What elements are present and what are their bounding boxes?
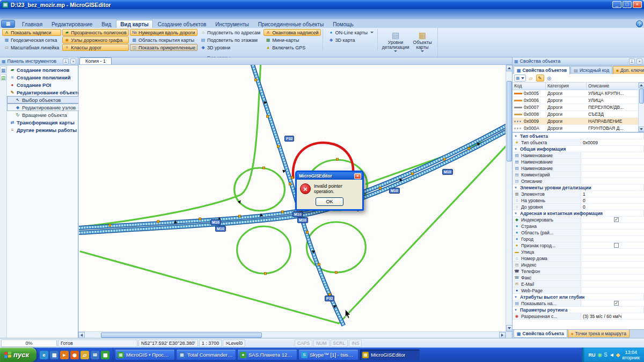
property-row[interactable]: ● Признак город...	[513, 242, 644, 249]
quick-launch-icon[interactable]: ▦	[101, 351, 109, 359]
ribbon-toggle-button[interactable]: № Нумерация вдоль дороги	[130, 29, 197, 36]
ribbon-toggle-button[interactable]: ▩ Область покрытия карты	[130, 36, 197, 43]
language-indicator[interactable]: RU	[588, 352, 595, 358]
ribbon-tab[interactable]: Главная	[18, 20, 47, 28]
tree-item[interactable]: ≡ Другие режимы работы	[7, 126, 85, 134]
taskbar-button[interactable]: ● SAS.Планета 120808	[237, 349, 297, 360]
property-value-cell[interactable]	[581, 249, 644, 255]
map-document-tab[interactable]: Копия - 1	[79, 57, 112, 64]
ribbon-toggle-button[interactable]: ◆ 3D уровни	[199, 44, 262, 51]
ribbon-toggle-button[interactable]: ▦ Мини-карты	[264, 36, 320, 43]
style-filter-combo[interactable]: ▦	[514, 75, 526, 82]
property-row[interactable]: Элементы уровни детализации	[513, 184, 644, 191]
property-row[interactable]: ◆ Индексировать	[513, 217, 644, 223]
folder-icon[interactable]: ▱	[527, 75, 535, 82]
tray-icon[interactable]: ◉	[597, 352, 602, 358]
ribbon-tab[interactable]: Помощь	[328, 20, 358, 28]
property-row[interactable]: ● Web-Page	[513, 287, 644, 294]
ribbon-button[interactable]: ◆ 3D карта	[327, 36, 376, 43]
ribbon-button[interactable]: ● ON-Line карты	[327, 29, 376, 36]
property-value-cell[interactable]	[581, 275, 644, 280]
map-canvas[interactable]: P32P32M10M10M10M10M10M10 MicroGISEditor …	[78, 65, 506, 331]
property-row[interactable]: ◉ Разрешенная с... (3) 35 м/с / 60 км/ч	[513, 313, 644, 320]
table-row[interactable]: 0x0007 Дороги ПЕРЕУЛОК/ДВ...	[513, 104, 638, 111]
table-row[interactable]: 0x0009 Дороги НАПРАВЛЕНИЕ	[513, 118, 638, 125]
property-value-cell[interactable]	[581, 300, 644, 306]
ok-button[interactable]: OK	[316, 197, 343, 206]
property-value-cell[interactable]	[581, 165, 644, 171]
quick-launch-icon[interactable]: ▤	[50, 351, 58, 359]
property-row[interactable]: ▤ Индекс	[513, 262, 644, 268]
tool-strip-icon[interactable]: ▦	[0, 67, 6, 73]
maximize-button[interactable]: □	[623, 1, 632, 8]
ribbon-toggle-button[interactable]: ▤ Подсветить по этажам	[199, 36, 262, 43]
ribbon-toggle-button[interactable]: ▭ Масштабная линейка	[2, 44, 61, 51]
properties-bottom-tab[interactable]: ▦ Свойства объекта	[514, 330, 567, 338]
error-dialog-titlebar[interactable]: MicroGISEditor ×	[297, 172, 362, 180]
section-collapse-arrow[interactable]	[514, 186, 518, 189]
property-row[interactable]: ↕ До уровня 0	[513, 204, 644, 210]
application-menu-button[interactable]: ▦	[1, 20, 15, 28]
property-value-cell[interactable]	[581, 281, 644, 287]
quick-launch-icon[interactable]: ▱	[80, 351, 89, 359]
ribbon-big-button[interactable]: ▦ Объекты карты	[409, 29, 435, 55]
tree-item[interactable]: ⇄ Трансформация карты	[7, 119, 85, 126]
properties-tab[interactable]: ■ Доп. ключи	[613, 66, 644, 74]
property-value-cell[interactable]	[581, 242, 644, 248]
property-value-cell[interactable]	[581, 223, 644, 229]
ribbon-toggle-button[interactable]: ⌂ Подсветить по адресам	[199, 29, 262, 36]
map-horizontal-scrollbar[interactable]	[78, 331, 506, 338]
taskbar-clock[interactable]: 13:04 вторник	[622, 350, 640, 360]
property-value-cell[interactable]: (3) 35 м/с / 60 км/ч	[581, 313, 644, 319]
property-row[interactable]: Атрибуты высот или глубин	[513, 294, 644, 300]
property-value-cell[interactable]	[581, 178, 644, 184]
column-header-description[interactable]: Описание	[587, 83, 638, 90]
property-row[interactable]: ▤ Описание	[513, 178, 644, 184]
property-checkbox[interactable]	[614, 217, 619, 222]
ribbon-tab[interactable]: Редактирование	[47, 20, 97, 28]
property-row[interactable]: ☎ Телефон	[513, 268, 644, 275]
edit-pencil-icon[interactable]: ✎	[536, 75, 544, 82]
tree-item[interactable]: ↻ Вращение объекта	[7, 111, 85, 119]
tree-item[interactable]: ▰ Создание полигонов	[7, 66, 85, 73]
property-value-cell[interactable]	[581, 230, 644, 235]
tray-icon[interactable]: ◆	[616, 352, 620, 358]
property-value-cell[interactable]	[581, 262, 644, 268]
quick-launch-icon[interactable]: e	[40, 351, 48, 359]
property-row[interactable]: ● Город	[513, 236, 644, 242]
properties-tab[interactable]: ▦ Свойства объектов	[514, 66, 570, 74]
ribbon-tab[interactable]: Присоединенные объекты	[254, 20, 328, 28]
table-scrollbar[interactable]	[638, 83, 644, 132]
taskbar-button[interactable]: ▦ Total Commander 7.5...	[176, 349, 236, 360]
property-row[interactable]: ▤ Показывать на...	[513, 300, 644, 307]
tree-item[interactable]: ≈ Создание полилиний	[7, 73, 85, 81]
property-row[interactable]: ▤ Комментарий	[513, 172, 644, 178]
map-vertical-scrollbar[interactable]	[506, 65, 512, 331]
property-row[interactable]: ✉ E-Mail	[513, 281, 644, 287]
ribbon-toggle-button[interactable]: A Показать надписи	[2, 29, 61, 36]
property-value-cell[interactable]: 0	[581, 204, 644, 210]
ribbon-toggle-button[interactable]: ◫ Показать прикрепленные	[130, 44, 197, 51]
section-collapse-arrow[interactable]	[514, 212, 518, 215]
properties-tab[interactable]: ▤ Исходный код	[570, 66, 612, 74]
property-row[interactable]: ● Область (рай...	[513, 230, 644, 236]
tree-item[interactable]: ◆ Редактирование узлов	[7, 104, 85, 111]
section-collapse-arrow[interactable]	[514, 308, 518, 312]
ribbon-tab[interactable]: Создание объектов	[153, 20, 210, 28]
tree-item[interactable]: ✎ Редактирование объектов	[7, 88, 85, 96]
table-row[interactable]: 0x0008 Дороги СЪЕЗД	[513, 111, 638, 118]
property-value-cell[interactable]	[581, 217, 644, 223]
pin-icon[interactable]: ⊥	[63, 58, 69, 64]
quick-launch-icon[interactable]: ◉	[70, 351, 79, 359]
property-row[interactable]: ▤ Наименование	[513, 165, 644, 172]
property-row[interactable]: Тип объекта	[513, 133, 644, 139]
property-row[interactable]: ★ Тип объекта 0x0009	[513, 139, 644, 146]
property-row[interactable]: ● Страна	[513, 223, 644, 230]
table-scroll-thumb[interactable]	[639, 88, 644, 104]
panel-close-icon[interactable]: ×	[636, 58, 642, 64]
ribbon-toggle-button[interactable]: ▲ Включить GPS	[264, 44, 320, 51]
taskbar-button[interactable]: S Skype™ [1] - tsishko...	[298, 349, 358, 360]
property-row[interactable]: ↕ На уровень 0	[513, 197, 644, 204]
panel-close-icon[interactable]: ×	[70, 58, 76, 64]
property-row[interactable]: Общая информация	[513, 146, 644, 152]
